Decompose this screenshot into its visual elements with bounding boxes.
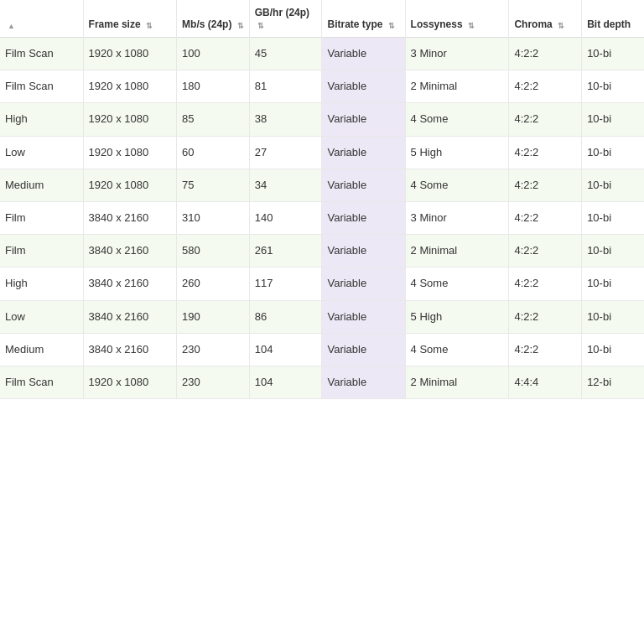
- col-bitrate-label: Bitrate type: [327, 18, 382, 30]
- cell-bit-depth: 10-bi: [582, 169, 644, 201]
- cell-name: Film: [0, 201, 83, 234]
- cell-bit-depth: 10-bi: [582, 333, 644, 366]
- cell-bitrate-type: Variable: [322, 333, 405, 366]
- cell-name: Medium: [0, 169, 83, 201]
- cell-chroma: 4:2:2: [509, 103, 582, 136]
- cell-gbhr: 104: [249, 333, 322, 366]
- cell-frame-size: 1920 x 1080: [83, 70, 176, 103]
- cell-frame-size: 3840 x 2160: [83, 267, 176, 300]
- cell-gbhr: 86: [249, 300, 322, 333]
- cell-name: Low: [0, 300, 83, 333]
- col-chroma-label: Chroma: [514, 18, 552, 30]
- cell-lossyness: 5 High: [405, 136, 509, 169]
- sort-icon-frame[interactable]: ⇅: [146, 22, 153, 29]
- cell-bit-depth: 10-bi: [582, 103, 644, 136]
- cell-lossyness: 4 Some: [405, 267, 509, 300]
- table-row: Film Scan1920 x 1080230104Variable2 Mini…: [0, 366, 644, 398]
- cell-frame-size: 3840 x 2160: [83, 333, 176, 366]
- table-row: High1920 x 10808538Variable4 Some4:2:210…: [0, 103, 644, 136]
- cell-frame-size: 1920 x 1080: [83, 366, 176, 398]
- col-header-bit: Bit depth: [582, 0, 644, 38]
- cell-bitrate-type: Variable: [322, 366, 405, 398]
- sort-icon-chroma[interactable]: ⇅: [558, 22, 564, 29]
- sort-icon-lossy[interactable]: ⇅: [468, 22, 475, 29]
- cell-mbs: 60: [177, 136, 250, 169]
- cell-bitrate-type: Variable: [322, 38, 405, 70]
- col-header-name[interactable]: ▲: [0, 0, 83, 38]
- cell-bit-depth: 10-bi: [582, 38, 644, 70]
- col-mbs-label: Mb/s (24p): [182, 18, 231, 30]
- cell-chroma: 4:2:2: [509, 136, 582, 169]
- cell-gbhr: 38: [249, 103, 322, 136]
- table-header-row: ▲ Frame size ⇅ Mb/s (24p) ⇅ GB/hr (24p) …: [0, 0, 644, 38]
- cell-lossyness: 5 High: [405, 300, 509, 333]
- cell-lossyness: 2 Minimal: [405, 70, 509, 103]
- cell-lossyness: 3 Minor: [405, 38, 509, 70]
- col-header-gbhr[interactable]: GB/hr (24p) ⇅: [249, 0, 322, 38]
- cell-lossyness: 4 Some: [405, 333, 509, 366]
- cell-lossyness: 4 Some: [405, 103, 509, 136]
- cell-bitrate-type: Variable: [322, 201, 405, 234]
- col-gbhr-label: GB/hr (24p): [255, 7, 309, 18]
- cell-bitrate-type: Variable: [322, 267, 405, 300]
- table-row: Film3840 x 2160580261Variable2 Minimal4:…: [0, 235, 644, 267]
- cell-chroma: 4:2:2: [509, 70, 582, 103]
- cell-bitrate-type: Variable: [322, 103, 405, 136]
- cell-frame-size: 3840 x 2160: [83, 201, 176, 234]
- cell-name: Medium: [0, 333, 83, 366]
- cell-gbhr: 104: [249, 366, 322, 398]
- codec-comparison-table: ▲ Frame size ⇅ Mb/s (24p) ⇅ GB/hr (24p) …: [0, 0, 644, 399]
- cell-name: Film: [0, 235, 83, 267]
- cell-mbs: 180: [177, 70, 250, 103]
- cell-bit-depth: 10-bi: [582, 136, 644, 169]
- cell-mbs: 85: [177, 103, 250, 136]
- cell-bit-depth: 10-bi: [582, 267, 644, 300]
- cell-bitrate-type: Variable: [322, 169, 405, 201]
- cell-mbs: 75: [177, 169, 250, 201]
- cell-gbhr: 117: [249, 267, 322, 300]
- cell-bitrate-type: Variable: [322, 235, 405, 267]
- table-row: Medium3840 x 2160230104Variable4 Some4:2…: [0, 333, 644, 366]
- sort-icon-mbs[interactable]: ⇅: [237, 22, 244, 29]
- cell-bit-depth: 10-bi: [582, 201, 644, 234]
- col-header-mbs[interactable]: Mb/s (24p) ⇅: [177, 0, 250, 38]
- cell-gbhr: 140: [249, 201, 322, 234]
- cell-mbs: 230: [177, 333, 250, 366]
- cell-frame-size: 1920 x 1080: [83, 136, 176, 169]
- cell-lossyness: 3 Minor: [405, 201, 509, 234]
- sort-icon-bitrate[interactable]: ⇅: [388, 22, 395, 29]
- cell-mbs: 310: [177, 201, 250, 234]
- sort-icon-name[interactable]: ▲: [8, 22, 14, 29]
- col-header-chroma[interactable]: Chroma ⇅: [509, 0, 582, 38]
- cell-frame-size: 1920 x 1080: [83, 38, 176, 70]
- table-row: Medium1920 x 10807534Variable4 Some4:2:2…: [0, 169, 644, 201]
- cell-mbs: 190: [177, 300, 250, 333]
- cell-mbs: 260: [177, 267, 250, 300]
- cell-name: Film Scan: [0, 366, 83, 398]
- cell-frame-size: 3840 x 2160: [83, 235, 176, 267]
- cell-name: Low: [0, 136, 83, 169]
- sort-icon-gbhr[interactable]: ⇅: [257, 22, 264, 29]
- cell-frame-size: 1920 x 1080: [83, 103, 176, 136]
- table-row: High3840 x 2160260117Variable4 Some4:2:2…: [0, 267, 644, 300]
- col-header-lossy[interactable]: Lossyness ⇅: [405, 0, 509, 38]
- table-row: Film Scan1920 x 108010045Variable3 Minor…: [0, 38, 644, 70]
- cell-bitrate-type: Variable: [322, 300, 405, 333]
- col-header-frame[interactable]: Frame size ⇅: [83, 0, 176, 38]
- col-bit-label: Bit depth: [587, 18, 631, 30]
- cell-lossyness: 2 Minimal: [405, 366, 509, 398]
- table-row: Low1920 x 10806027Variable5 High4:2:210-…: [0, 136, 644, 169]
- cell-name: High: [0, 267, 83, 300]
- col-header-bitrate[interactable]: Bitrate type ⇅: [322, 0, 405, 38]
- cell-gbhr: 261: [249, 235, 322, 267]
- cell-mbs: 580: [177, 235, 250, 267]
- cell-name: Film Scan: [0, 70, 83, 103]
- col-frame-label: Frame size: [89, 18, 141, 30]
- cell-name: High: [0, 103, 83, 136]
- cell-bit-depth: 12-bi: [582, 366, 644, 398]
- cell-gbhr: 27: [249, 136, 322, 169]
- col-lossy-label: Lossyness: [411, 18, 463, 30]
- table-row: Low3840 x 216019086Variable5 High4:2:210…: [0, 300, 644, 333]
- cell-chroma: 4:2:2: [509, 300, 582, 333]
- cell-bit-depth: 10-bi: [582, 300, 644, 333]
